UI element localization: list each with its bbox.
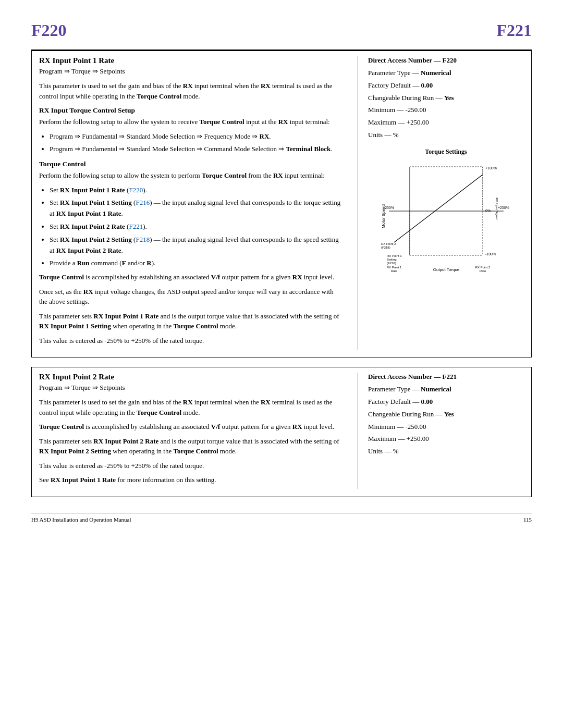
section1-body4: This parameter sets RX Input Point 1 Rat… xyxy=(39,311,341,331)
svg-text:RX Input Signal: RX Input Signal xyxy=(495,198,498,219)
section2-body3: This parameter sets RX Input Point 2 Rat… xyxy=(39,436,341,456)
svg-text:Rate: Rate xyxy=(479,269,486,273)
svg-text:RX Point 1: RX Point 1 xyxy=(386,266,401,269)
factory-default-1: Factory Default — 0.00 xyxy=(368,80,524,91)
svg-text:+250%: +250% xyxy=(498,206,509,209)
bullet2-item1: Set RX Input Point 1 Rate (F220). xyxy=(50,185,341,196)
svg-text:(F221): (F221) xyxy=(478,273,487,274)
svg-text:Output Torque: Output Torque xyxy=(433,267,459,272)
section1-subsection2-title: Torque Control xyxy=(39,160,341,168)
section2-right: Direct Access Number — F221 Parameter Ty… xyxy=(357,373,524,489)
footer-right: 115 xyxy=(523,516,532,523)
footer: H9 ASD Installation and Operation Manual… xyxy=(31,513,532,523)
section2-breadcrumb: Program ⇒ Torque ⇒ Setpoints xyxy=(39,384,341,392)
svg-text:RX Point 1: RX Point 1 xyxy=(387,254,402,257)
svg-text:Rate: Rate xyxy=(390,269,397,273)
direct-access-1: Direct Access Number — F220 xyxy=(368,56,524,65)
section2-body4: This value is entered as -250% to +250% … xyxy=(39,461,341,471)
minimum-1: Minimum — -250.00 xyxy=(368,105,524,116)
maximum-2: Maximum — +250.00 xyxy=(368,434,524,445)
section1-body2: Torque Control is accomplished by establ… xyxy=(39,272,341,282)
header-f221: F221 xyxy=(496,21,532,40)
direct-access-2: Direct Access Number — F221 xyxy=(368,373,524,381)
torque-diagram-svg: Motor Speed Output Torque xyxy=(378,159,514,274)
bullet2-item5: Provide a Run command (F and/or R). xyxy=(50,258,341,269)
torque-diagram-title: Torque Settings xyxy=(368,148,524,156)
param-type-1: Parameter Type — Numerical xyxy=(368,68,524,79)
svg-text:RX Point 2: RX Point 2 xyxy=(475,266,490,269)
section2-body5: See RX Input Point 1 Rate for more infor… xyxy=(39,475,341,485)
svg-text:Setting: Setting xyxy=(387,258,397,261)
factory-default-2: Factory Default — 0.00 xyxy=(368,397,524,408)
torque-diagram: Torque Settings Motor Speed Output Torqu… xyxy=(368,148,524,274)
section1-body3: Once set, as the RX input voltage change… xyxy=(39,287,341,307)
changeable-1: Changeable During Run — Yes xyxy=(368,93,524,104)
section1-subsection1-body: Perform the following setup to allow the… xyxy=(39,117,341,127)
svg-text:0%: 0% xyxy=(485,209,491,213)
section1-bullets2: Set RX Input Point 1 Rate (F220). Set RX… xyxy=(50,185,341,269)
svg-line-7 xyxy=(394,175,483,242)
units-1: Units — % xyxy=(368,130,524,141)
bullet2-item3: Set RX Input Point 2 Rate (F221). xyxy=(50,221,341,232)
section1-box: RX Input Point 1 Rate Program ⇒ Torque ⇒… xyxy=(31,51,532,357)
svg-text:(F216): (F216) xyxy=(387,262,396,265)
bullet2-item2: Set RX Input Point 1 Setting (F216) — th… xyxy=(50,198,341,219)
section1-breadcrumb: Program ⇒ Torque ⇒ Setpoints xyxy=(39,67,341,76)
section2-left: RX Input Point 2 Rate Program ⇒ Torque ⇒… xyxy=(39,373,357,489)
section2-title: RX Input Point 2 Rate xyxy=(39,373,341,381)
svg-text:(F218): (F218) xyxy=(381,246,390,249)
section2-body2: Torque Control is accomplished by establ… xyxy=(39,422,341,432)
svg-text:RX Point 2: RX Point 2 xyxy=(381,242,396,245)
changeable-2: Changeable During Run — Yes xyxy=(368,409,524,420)
section1-body5: This value is entered as -250% to +250% … xyxy=(39,336,341,346)
section2-body1: This parameter is used to set the gain a… xyxy=(39,397,341,417)
section1-subsection2-body: Perform the following setup to allow the… xyxy=(39,170,341,181)
section1-subsection1-title: RX Input Torque Control Setup xyxy=(39,106,341,115)
section1-body1: This parameter is used to set the gain a… xyxy=(39,81,341,101)
units-2: Units — % xyxy=(368,446,524,457)
svg-text:-250%: -250% xyxy=(383,206,394,209)
footer-left: H9 ASD Installation and Operation Manual xyxy=(31,516,131,523)
svg-text:(F220): (F220) xyxy=(389,273,399,274)
page: F220 F221 RX Input Point 1 Rate Program … xyxy=(0,0,563,728)
bullet1-item1: Program ⇒ Fundamental ⇒ Standard Mode Se… xyxy=(50,131,341,142)
minimum-2: Minimum — -250.00 xyxy=(368,422,524,433)
svg-text:+100%: +100% xyxy=(485,166,497,170)
maximum-1: Maximum — +250.00 xyxy=(368,117,524,128)
section1-right: Direct Access Number — F220 Parameter Ty… xyxy=(357,56,524,350)
param-type-2: Parameter Type — Numerical xyxy=(368,384,524,395)
header-f220: F220 xyxy=(31,21,67,40)
bullet2-item4: Set RX Input Point 2 Setting (F218) — th… xyxy=(50,235,341,256)
section1-title: RX Input Point 1 Rate xyxy=(39,56,341,65)
section1-bullets1: Program ⇒ Fundamental ⇒ Standard Mode Se… xyxy=(50,131,341,155)
section2-box: RX Input Point 2 Rate Program ⇒ Torque ⇒… xyxy=(31,367,532,497)
section1-left: RX Input Point 1 Rate Program ⇒ Torque ⇒… xyxy=(39,56,357,350)
header-row: F220 F221 xyxy=(31,21,532,40)
bullet1-item2: Program ⇒ Fundamental ⇒ Standard Mode Se… xyxy=(50,144,341,155)
svg-text:-100%: -100% xyxy=(485,252,496,256)
